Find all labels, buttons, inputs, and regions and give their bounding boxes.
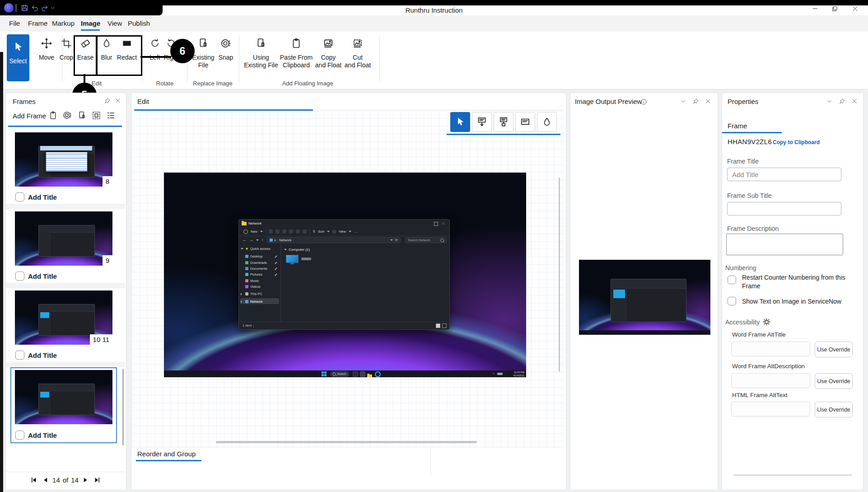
ribbon-group-add-floating-image-label: Add Floating Image — [282, 80, 333, 87]
html-alt-text-override-button[interactable]: Use Override — [815, 402, 853, 417]
preview-close-icon[interactable] — [704, 97, 712, 105]
frame-sub-title-input[interactable] — [727, 202, 841, 216]
show-text-checkbox[interactable] — [728, 297, 736, 305]
close-button[interactable] — [849, 5, 861, 13]
edit-tab[interactable]: Edit — [137, 98, 149, 105]
frame-thumbnail-1[interactable]: 8 Add Title — [10, 130, 117, 204]
frame-thumbnail-2[interactable]: 9 Add Title — [10, 209, 117, 283]
frame-4-title-checkbox[interactable] — [15, 431, 24, 440]
menu-item-image[interactable]: Image — [81, 19, 100, 27]
frame-thumbnail-3[interactable]: 10 11 Add Title — [10, 288, 117, 362]
frame-thumbnail-4-selected[interactable]: Add Title — [10, 367, 117, 443]
copy-to-clipboard-link[interactable]: Copy to Clipboard — [773, 139, 820, 145]
select-button[interactable]: Select — [7, 34, 29, 81]
move-button[interactable]: Move — [35, 34, 58, 61]
frame-description-textarea[interactable] — [726, 234, 843, 255]
menu-item-view[interactable]: View — [107, 19, 122, 27]
frames-pin-icon[interactable] — [103, 97, 111, 105]
menu-item-publish[interactable]: Publish — [128, 19, 150, 27]
using-existing-file-button[interactable]: Using Existing File — [241, 34, 281, 69]
frames-panel-title: Frames — [13, 98, 36, 105]
add-frame-snap-icon[interactable] — [62, 110, 72, 120]
frame-2-title-checkbox[interactable] — [15, 272, 24, 281]
add-frame-region-icon[interactable] — [91, 110, 101, 120]
expand-icon — [241, 300, 243, 303]
cut-and-float-button[interactable]: Cut and Float — [343, 34, 373, 69]
start-button-icon — [322, 371, 327, 376]
canvas-blur-tool[interactable] — [537, 112, 557, 132]
frames-scrollbar[interactable] — [122, 369, 124, 445]
paste-from-clipboard-button[interactable]: Paste From Clipboard — [276, 34, 317, 69]
frame-title-input[interactable] — [727, 168, 841, 181]
frame-3-title-checkbox[interactable] — [15, 351, 24, 360]
properties-close-icon[interactable] — [850, 97, 859, 105]
word-alt-description-override-button[interactable]: Use Override — [815, 373, 853, 389]
canvas-horizontal-scrollbar[interactable] — [216, 441, 477, 443]
word-alt-title-override-button[interactable]: Use Override — [815, 342, 853, 357]
explorer-commands: New ⇅ Sort View ... — [243, 229, 358, 234]
properties-pin-icon[interactable] — [838, 97, 846, 105]
menu-item-file[interactable]: File — [9, 19, 20, 27]
taskbar-explorer-icon — [367, 375, 372, 377]
first-page-button[interactable] — [29, 475, 38, 484]
search-placeholder: Search Network — [408, 239, 439, 242]
snap-button[interactable]: Snap — [215, 34, 237, 61]
ribbon-group-replace-image-label: Replace Image — [193, 80, 232, 87]
accessibility-gear-icon[interactable] — [761, 316, 772, 327]
redo-icon[interactable] — [40, 4, 49, 12]
canvas-callout-arrow-tool[interactable] — [472, 112, 492, 132]
sidebar-videos: Videos — [245, 285, 261, 289]
frame-1-title-checkbox[interactable] — [15, 192, 24, 201]
canvas-textbox-tool[interactable] — [515, 112, 535, 132]
word-alt-title-input[interactable] — [731, 342, 810, 356]
tray-up-chevron-icon: ^ — [493, 372, 494, 375]
callout-badge-6: 6 — [170, 39, 195, 63]
properties-collapse-chevron-icon[interactable] — [825, 97, 833, 105]
card-gap — [6, 362, 125, 367]
move-label: Move — [39, 54, 54, 61]
preview-collapse-chevron-icon[interactable] — [679, 97, 687, 105]
add-frame-list-icon[interactable] — [106, 110, 116, 120]
frames-close-icon[interactable] — [114, 97, 122, 105]
undo-icon[interactable] — [31, 4, 39, 12]
save-icon[interactable] — [20, 4, 29, 12]
canvas-callout-connector-tool[interactable] — [494, 112, 513, 132]
add-frame-clipboard-icon[interactable] — [48, 110, 58, 120]
tray-network-volume-icons — [497, 373, 503, 375]
cut-and-float-icon — [352, 34, 364, 52]
menu-item-markup[interactable]: Markup — [52, 19, 75, 27]
next-page-button[interactable] — [81, 475, 90, 484]
pagination-current: 14 — [52, 476, 60, 484]
restart-counter-checkbox[interactable] — [728, 276, 736, 284]
taskbar-app-icon — [353, 371, 358, 377]
previous-page-button[interactable] — [41, 475, 50, 484]
canvas-toolbar — [450, 112, 561, 136]
reorder-and-group-tab[interactable]: Reorder and Group — [137, 450, 196, 458]
frame-number-badge: 8 — [103, 176, 112, 187]
add-frame-file-icon[interactable] — [77, 110, 87, 120]
preview-pin-icon[interactable] — [691, 97, 700, 105]
copy-and-float-button[interactable]: Copy and Float — [313, 34, 343, 69]
explorer-window: Network New ⇅ Sort View ... — [238, 219, 450, 330]
taskbar-search-label: Search — [337, 372, 346, 375]
app-window: Runthru Instruction File Frame Markup Im… — [0, 0, 868, 492]
sidebar-label: This PC — [250, 292, 262, 296]
qat-customize-chevron-icon[interactable] — [50, 5, 56, 11]
html-alt-text-input[interactable] — [731, 402, 810, 417]
copy-icon — [275, 230, 280, 234]
frames-panel: Frames Add Frame 8 Add Title 9 — [5, 93, 126, 490]
last-page-button[interactable] — [93, 475, 102, 484]
expand-icon — [241, 293, 243, 295]
search-icon — [333, 372, 336, 376]
minimize-button[interactable] — [809, 5, 821, 13]
canvas-vertical-scrollbar[interactable] — [559, 178, 560, 372]
tab-frame[interactable]: Frame — [728, 122, 747, 130]
breadcrumb: Network ⟳ — [267, 237, 401, 243]
canvas-image[interactable]: Network New ⇅ Sort View ... — [164, 173, 526, 377]
canvas-select-tool[interactable] — [450, 112, 470, 132]
menu-item-frame[interactable]: Frame — [28, 19, 47, 27]
restore-button[interactable] — [828, 5, 841, 13]
accessibility-section-label: Accessibility — [725, 319, 760, 326]
rename-icon — [289, 230, 293, 234]
word-alt-description-input[interactable] — [731, 373, 810, 388]
